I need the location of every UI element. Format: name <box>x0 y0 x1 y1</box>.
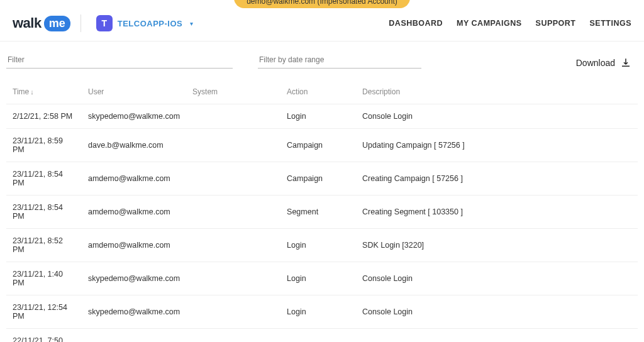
download-label: Download <box>576 58 615 68</box>
impersonation-banner: demo@walkme.com (Impersonated Account) <box>234 0 410 8</box>
cell-action: Segment <box>280 196 356 229</box>
table-row: 23/11/21, 8:54 PMamdemo@walkme.comSegmen… <box>6 196 638 229</box>
cell-system <box>186 129 280 162</box>
nav-my-campaigns[interactable]: MY CAMPAIGNS <box>457 19 521 28</box>
app-badge: T <box>96 15 113 31</box>
cell-action: Campaign <box>280 129 356 162</box>
cell-description: SDK Login [3220] <box>356 329 638 343</box>
cell-system <box>186 104 280 129</box>
cell-description: Console Login <box>356 262 638 295</box>
chevron-down-icon: ▾ <box>190 20 193 27</box>
col-action-header[interactable]: Action <box>280 80 356 104</box>
separator <box>80 14 81 32</box>
cell-user: amdemo@walkme.com <box>82 162 186 196</box>
cell-time: 22/11/21, 7:50 PM <box>6 329 82 343</box>
cell-time: 2/12/21, 2:58 PM <box>6 104 82 129</box>
table-row: 23/11/21, 12:54 PMskypedemo@walkme.comLo… <box>6 295 638 329</box>
cell-action: Login <box>280 104 356 129</box>
cell-time: 23/11/21, 8:54 PM <box>6 196 82 229</box>
cell-system <box>186 196 280 229</box>
cell-description: Creating Segment [ 103350 ] <box>356 196 638 229</box>
cell-system <box>186 295 280 329</box>
download-button[interactable]: Download <box>576 57 638 69</box>
table-row: 23/11/21, 8:59 PMdave.b@walkme.comCampai… <box>6 129 638 162</box>
col-description-header[interactable]: Description <box>356 80 638 104</box>
topbar: walkme T TELCOAPP-IOS ▾ DASHBOARD MY CAM… <box>0 8 644 41</box>
cell-time: 23/11/21, 1:40 PM <box>6 262 82 295</box>
cell-time: 23/11/21, 8:54 PM <box>6 162 82 196</box>
cell-user: amdemo@walkme.com <box>82 196 186 229</box>
cell-time: 23/11/21, 8:52 PM <box>6 229 82 262</box>
nav-support[interactable]: SUPPORT <box>536 19 576 28</box>
nav-dashboard[interactable]: DASHBOARD <box>389 19 443 28</box>
cell-user: skypedemo@walkme.com <box>82 295 186 329</box>
logo-bubble: me <box>44 16 70 31</box>
cell-description: Updating Campaign [ 57256 ] <box>356 129 638 162</box>
cell-system <box>186 262 280 295</box>
cell-user: telcodemo@walkme.com <box>82 329 186 343</box>
cell-action: Campaign <box>280 162 356 196</box>
cell-action: Login <box>280 229 356 262</box>
nav-settings[interactable]: SETTINGS <box>589 19 631 28</box>
table-header-row: Time↓ User System Action Description <box>6 80 638 104</box>
cell-user: dave.b@walkme.com <box>82 129 186 162</box>
cell-description: Console Login <box>356 295 638 329</box>
table-row: 23/11/21, 8:52 PMamdemo@walkme.comLoginS… <box>6 229 638 262</box>
table-row: 23/11/21, 8:54 PMamdemo@walkme.comCampai… <box>6 162 638 196</box>
filter-date-input[interactable] <box>258 52 421 69</box>
app-name: TELCOAPP-IOS <box>118 19 183 28</box>
cell-user: amdemo@walkme.com <box>82 229 186 262</box>
table-row: 23/11/21, 1:40 PMskypedemo@walkme.comLog… <box>6 262 638 295</box>
col-user-header[interactable]: User <box>82 80 186 104</box>
download-icon <box>620 57 631 69</box>
table-row: 2/12/21, 2:58 PMskypedemo@walkme.comLogi… <box>6 104 638 129</box>
main-nav: DASHBOARD MY CAMPAIGNS SUPPORT SETTINGS <box>389 19 631 28</box>
col-system-header[interactable]: System <box>186 80 280 104</box>
activity-table: Time↓ User System Action Description 2/1… <box>6 80 638 342</box>
col-time-header[interactable]: Time↓ <box>6 80 82 104</box>
cell-action: Login <box>280 295 356 329</box>
cell-action: Login <box>280 262 356 295</box>
cell-system <box>186 162 280 196</box>
cell-user: skypedemo@walkme.com <box>82 104 186 129</box>
cell-description: SDK Login [3220] <box>356 229 638 262</box>
cell-description: Creating Campaign [ 57256 ] <box>356 162 638 196</box>
filter-text-input[interactable] <box>6 52 233 69</box>
cell-system <box>186 229 280 262</box>
logo-text: walk <box>13 15 42 31</box>
cell-description: Console Login <box>356 104 638 129</box>
sort-desc-icon: ↓ <box>30 88 34 96</box>
app-picker[interactable]: T TELCOAPP-IOS ▾ <box>91 15 194 31</box>
cell-time: 23/11/21, 12:54 PM <box>6 295 82 329</box>
cell-user: skypedemo@walkme.com <box>82 262 186 295</box>
logo[interactable]: walkme <box>13 15 70 31</box>
filter-bar: Download <box>6 52 638 75</box>
cell-system <box>186 329 280 343</box>
cell-time: 23/11/21, 8:59 PM <box>6 129 82 162</box>
table-row: 22/11/21, 7:50 PMtelcodemo@walkme.comLog… <box>6 329 638 343</box>
cell-action: Login <box>280 329 356 343</box>
